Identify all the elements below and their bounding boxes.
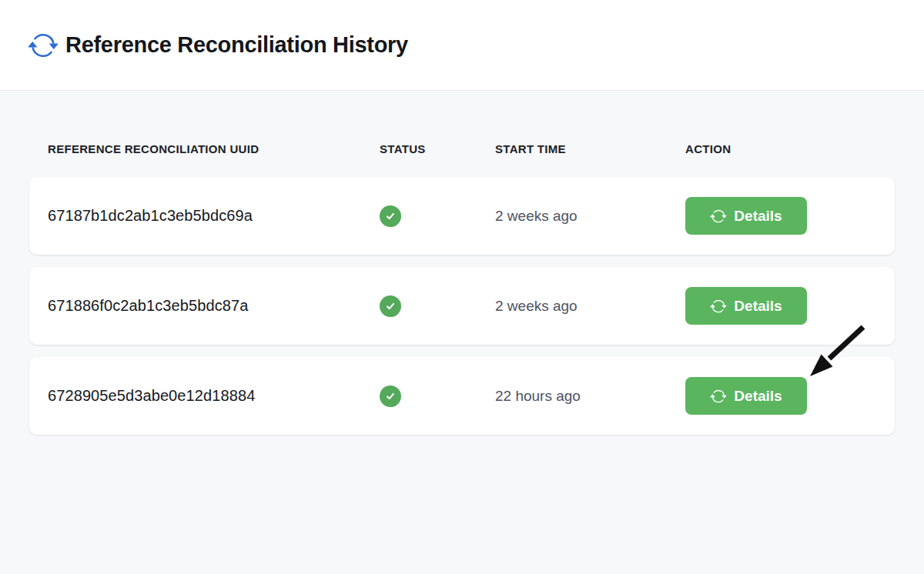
check-icon <box>385 301 396 312</box>
start-time: 2 weeks ago <box>495 298 685 315</box>
refresh-icon <box>28 30 59 61</box>
details-button-label: Details <box>734 208 782 225</box>
reconciliation-uuid: 671886f0c2ab1c3eb5bdc87a <box>48 297 380 315</box>
page-header: Reference Reconciliation History <box>0 0 924 91</box>
status-success-badge <box>380 205 401 227</box>
column-header-start-time: Start Time <box>495 142 685 155</box>
page-title: Reference Reconciliation History <box>65 32 408 58</box>
column-header-status: Status <box>380 142 495 155</box>
status-success-badge <box>380 295 401 317</box>
refresh-icon <box>710 388 727 405</box>
history-table: Reference Reconciliation UUID Status Sta… <box>0 91 924 435</box>
refresh-icon <box>710 208 727 225</box>
details-button[interactable]: Details <box>685 197 807 235</box>
status-success-badge <box>380 385 401 407</box>
table-row: 6728905e5d3abe0e12d18884 22 hours ago De… <box>29 357 895 435</box>
table-body: 67187b1dc2ab1c3eb5bdc69a 2 weeks ago Det… <box>29 177 895 435</box>
details-button[interactable]: Details <box>685 377 807 415</box>
details-button-label: Details <box>734 388 782 405</box>
details-button-label: Details <box>734 298 782 315</box>
table-row: 67187b1dc2ab1c3eb5bdc69a 2 weeks ago Det… <box>29 177 895 255</box>
table-row: 671886f0c2ab1c3eb5bdc87a 2 weeks ago Det… <box>29 267 895 345</box>
table-header-row: Reference Reconciliation UUID Status Sta… <box>29 142 895 155</box>
start-time: 22 hours ago <box>495 388 685 405</box>
reconciliation-uuid: 67187b1dc2ab1c3eb5bdc69a <box>48 207 380 225</box>
check-icon <box>385 211 396 222</box>
details-button[interactable]: Details <box>685 287 807 325</box>
reconciliation-uuid: 6728905e5d3abe0e12d18884 <box>48 387 380 405</box>
column-header-uuid: Reference Reconciliation UUID <box>48 142 380 155</box>
check-icon <box>385 391 396 402</box>
start-time: 2 weeks ago <box>495 208 685 225</box>
column-header-action: Action <box>685 142 895 155</box>
refresh-icon <box>710 298 727 315</box>
